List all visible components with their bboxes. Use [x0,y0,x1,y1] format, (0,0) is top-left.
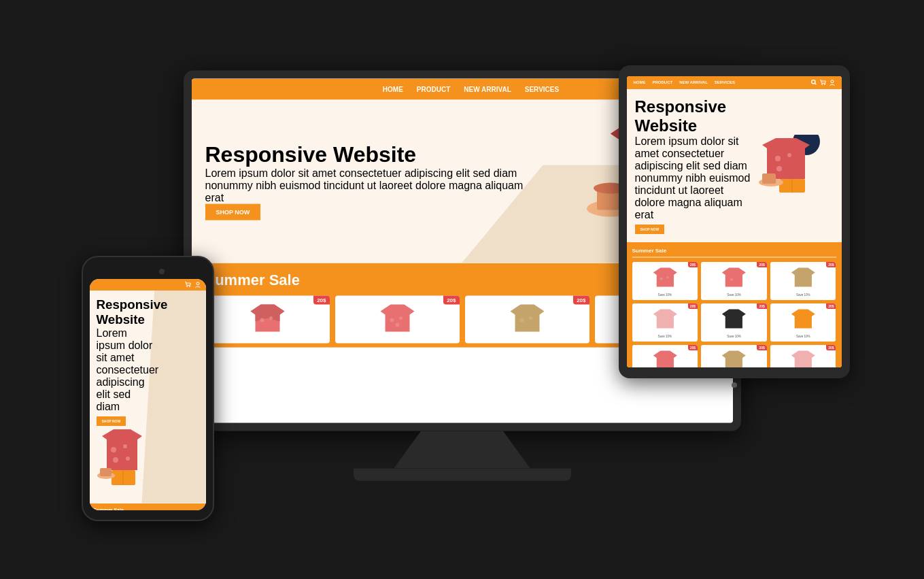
phone-shop-button[interactable]: SHOP NOW [97,416,126,426]
monitor-nav-newarrival[interactable]: NEW ARRIVAL [464,85,511,93]
phone-user-icon[interactable] [195,282,201,288]
tablet-sale-badge-8: 20$ [757,345,766,350]
tablet-sale-badge-7: 20$ [688,345,698,350]
sale-badge-1: 20$ [313,295,329,304]
tablet-save-4: Save 10% [636,335,695,338]
tablet-user-icon[interactable] [829,80,835,86]
sale-item-1: 20$ [205,295,330,343]
phone-notch [124,267,171,276]
tablet-save-6: Save 10% [774,335,833,338]
scene: HOME PRODUCT NEW ARRIVAL SERVICES [54,18,870,562]
svg-point-47 [123,444,127,448]
phone-frame: Responsive Website Lorem ipsum dolor sit… [82,256,214,521]
tablet-sale-badge-4: 20$ [688,303,698,309]
hero-content: Responsive Website Lorem ipsum dolor sit… [205,142,543,220]
svg-point-46 [111,447,116,452]
tablet: HOME PRODUCT NEW ARRIVAL SERVICES Respon… [619,65,850,378]
svg-rect-39 [762,173,776,184]
tablet-hero-title: Responsive Website [635,97,752,135]
tablet-nav-links: HOME PRODUCT NEW ARRIVAL SERVICES [634,80,736,84]
tablet-sale-item-1: 20$ Save 10% [632,262,698,300]
svg-point-33 [775,156,781,161]
svg-point-45 [196,282,199,284]
phone: Responsive Website Lorem ipsum dolor sit… [82,256,214,528]
monitor-nav-services[interactable]: SERVICES [525,85,559,93]
svg-point-21 [269,316,273,320]
tablet-sale-badge-5: 20$ [757,303,766,309]
svg-point-41 [666,276,669,278]
tablet-shop-button[interactable]: SHOP NOW [635,225,665,234]
sale-item-2: 20$ [335,295,460,343]
svg-point-24 [395,322,399,327]
tablet-hero-description: Lorem ipsum dolor sit amet consectetuer … [635,135,752,221]
tablet-nav: HOME PRODUCT NEW ARRIVAL SERVICES [627,76,842,89]
tablet-sale-item-7: 20$ Save 10% [632,345,698,367]
monitor-nav-links: HOME PRODUCT NEW ARRIVAL SERVICES [383,85,559,93]
svg-line-28 [815,83,816,84]
tablet-nav-home[interactable]: HOME [634,80,646,84]
tablet-save-1: Save 10% [636,293,695,297]
svg-point-40 [660,277,662,280]
svg-point-25 [519,318,524,322]
tablet-sale-item-2: 20$ Save 10% [701,262,767,300]
svg-point-43 [186,286,187,286]
svg-point-22 [390,318,394,322]
svg-point-34 [787,153,791,157]
hero-title: Responsive Website [205,142,543,167]
tablet-sale-badge-3: 20$ [826,262,836,267]
phone-hero-title: Responsive Website [97,297,153,327]
tablet-sale-item-8: 20$ Save 10% [701,345,767,367]
svg-point-31 [831,80,834,82]
tablet-sale-grid: 20$ Save 10% 20$ Save 10% 20$ Sav [632,262,836,367]
svg-point-23 [399,316,403,320]
svg-rect-53 [100,468,112,476]
monitor-nav-home[interactable]: HOME [383,85,403,93]
tablet-nav-product[interactable]: PRODUCT [653,80,673,84]
monitor-stand [394,431,530,468]
svg-point-35 [776,166,782,171]
tablet-sale-title: Summer Sale [632,248,836,258]
phone-nav [90,279,206,291]
svg-point-48 [113,457,118,463]
tablet-screen: HOME PRODUCT NEW ARRIVAL SERVICES Respon… [627,76,842,367]
tablet-save-2: Save 10% [704,293,764,297]
tablet-sale-item-4: 20$ Save 10% [632,303,698,342]
svg-point-30 [824,84,825,84]
tablet-frame: HOME PRODUCT NEW ARRIVAL SERVICES Respon… [619,65,850,378]
sale-badge-2: 20$ [443,295,459,304]
tablet-sale: Summer Sale 20$ Save 10% 20$ Save 10% [627,242,842,367]
tablet-sale-badge-1: 20$ [688,262,698,267]
phone-screen: Responsive Website Lorem ipsum dolor sit… [90,279,206,510]
tablet-sale-badge-9: 20$ [826,345,836,350]
tablet-sale-item-5: 20$ Save 10% [701,303,767,342]
phone-sale: Summer Sale 20$ 20$ [90,503,206,510]
tablet-hero: Responsive Website Lorem ipsum dolor sit… [627,89,842,242]
svg-point-27 [811,80,815,83]
sale-item-3: 20$ [465,295,589,343]
tablet-nav-services[interactable]: SERVICES [715,80,735,84]
svg-point-42 [730,278,733,280]
shop-now-button[interactable]: SHOP NOW [205,204,261,220]
tablet-sale-badge-6: 20$ [826,303,836,309]
tablet-sale-badge-2: 20$ [757,262,766,267]
monitor-nav-product[interactable]: PRODUCT [417,85,450,93]
svg-point-26 [529,316,532,320]
tablet-cart-icon[interactable] [820,80,826,85]
svg-point-44 [189,286,190,286]
monitor-base [354,468,571,480]
phone-sale-title: Summer Sale [94,508,202,510]
tablet-search-icon[interactable] [811,80,817,85]
tablet-sale-item-3: 20$ Save 10% [770,262,836,300]
tablet-nav-icons [811,80,835,86]
svg-point-49 [126,457,130,461]
hero-description: Lorem ipsum dolor sit amet consectetuer … [205,167,543,204]
tablet-nav-newarrival[interactable]: NEW ARRIVAL [679,80,708,84]
tablet-save-5: Save 10% [704,335,764,338]
tablet-home-button [732,382,737,388]
phone-camera [159,269,165,274]
svg-point-20 [260,318,264,322]
phone-cart-icon[interactable] [185,282,191,287]
svg-point-29 [821,84,822,84]
phone-hero-description: Lorem ipsum dolor sit amet consectetuer … [97,327,153,413]
tablet-save-3: Save 10% [774,293,833,297]
